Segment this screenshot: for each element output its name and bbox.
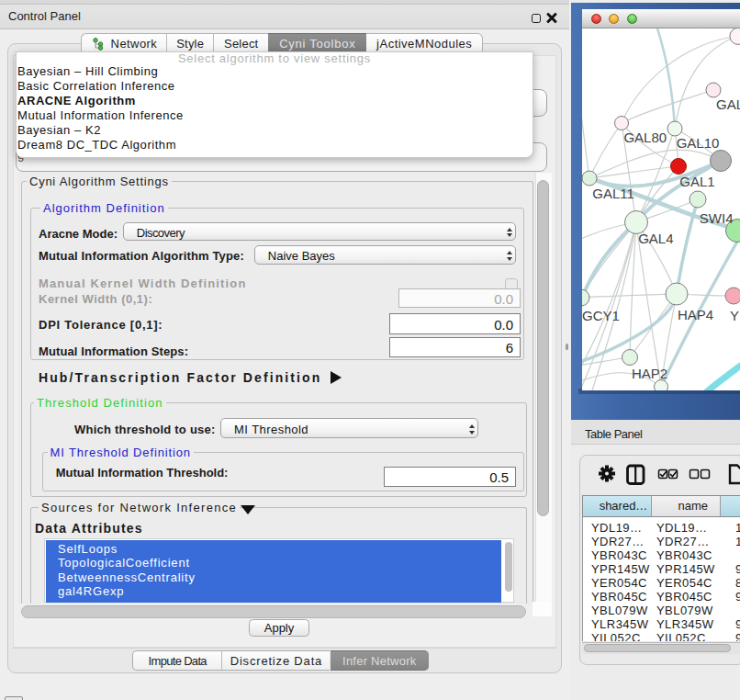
svg-text:GCY1: GCY1 [582,308,620,323]
svg-text:GAL80: GAL80 [623,130,667,145]
svg-text:HAP4: HAP4 [678,307,713,322]
svg-text:Y: Y [730,308,739,323]
svg-text:GAL10: GAL10 [677,135,720,151]
svg-text:GAL11: GAL11 [592,186,634,201]
svg-text:HAP2: HAP2 [632,366,667,381]
svg-text:GAL1: GAL1 [679,174,714,189]
svg-text:GAL7: GAL7 [716,96,740,112]
svg-text:GAL4: GAL4 [638,231,673,246]
svg-text:SWI4: SWI4 [700,210,734,226]
